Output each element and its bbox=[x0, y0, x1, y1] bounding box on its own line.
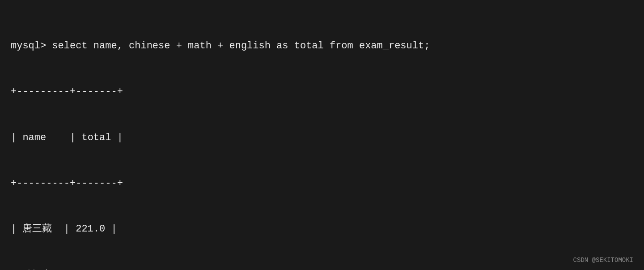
table-header: | name | total | bbox=[11, 130, 633, 146]
table-row: | 唐三藏 | 221.0 | bbox=[11, 222, 633, 237]
watermark: CSDN @SEKITOMOKI bbox=[573, 257, 633, 264]
command-line: mysql> select name, chinese + math + eng… bbox=[11, 39, 633, 54]
border-mid: +---------+-------+ bbox=[11, 176, 633, 191]
border-top: +---------+-------+ bbox=[11, 84, 633, 99]
terminal-output: mysql> select name, chinese + math + eng… bbox=[11, 8, 633, 270]
table-row: | 孙悟空 | 242.5 | bbox=[11, 268, 633, 270]
